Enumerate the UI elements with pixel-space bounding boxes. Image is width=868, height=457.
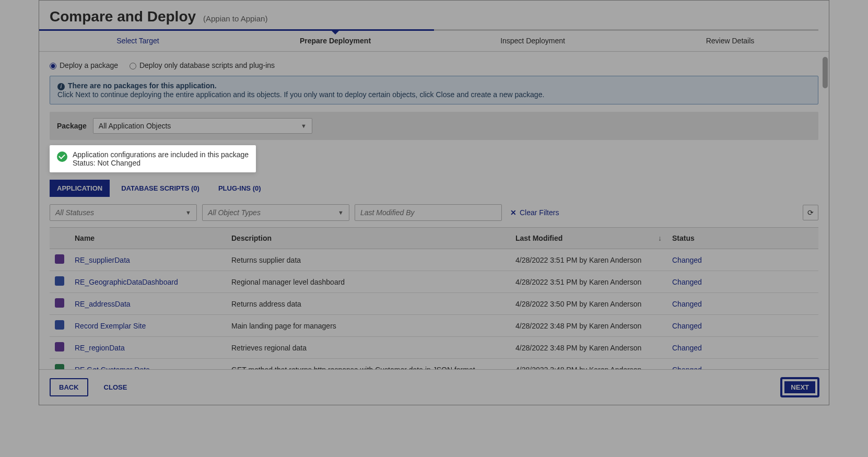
step-prepare-deployment[interactable]: Prepare Deployment xyxy=(237,29,434,51)
object-name-link[interactable]: RE_GeographicDataDashboard xyxy=(69,271,226,293)
table-row: Record Exemplar SiteMain landing page fo… xyxy=(50,315,818,337)
col-status[interactable]: Status xyxy=(667,228,818,249)
object-last-modified: 4/28/2022 3:51 PM by Karen Anderson xyxy=(510,271,667,293)
refresh-icon: ⟳ xyxy=(807,208,814,217)
object-name-link[interactable]: RE_supplierData xyxy=(69,249,226,271)
table-row: RE_regionDataRetrieves regional data4/28… xyxy=(50,337,818,359)
col-icon xyxy=(50,228,69,249)
object-status[interactable]: Changed xyxy=(667,359,818,370)
object-name-link[interactable]: RE_regionData xyxy=(69,337,226,359)
tab-application[interactable]: APPLICATION xyxy=(50,180,110,197)
filter-modified-by-input[interactable] xyxy=(355,204,502,221)
config-status-line2: Status: Not Changed xyxy=(73,159,249,167)
clear-filters-link[interactable]: ✕ Clear Filters xyxy=(510,208,559,217)
object-description: Returns supplier data xyxy=(226,249,510,271)
object-type-icon xyxy=(55,320,64,330)
filter-type-dropdown[interactable]: All Object Types ▼ xyxy=(202,204,349,221)
table-row: RE Get Customer DataGET method that retu… xyxy=(50,359,818,370)
objects-table: Name Description Last Modified↓ Status R… xyxy=(50,227,818,369)
banner-title: There are no packages for this applicati… xyxy=(68,81,217,90)
config-status-line1: Application configurations are included … xyxy=(73,150,249,159)
tab-plugins[interactable]: PLUG-INS (0) xyxy=(211,180,268,197)
sort-desc-icon: ↓ xyxy=(658,234,662,242)
info-icon: i xyxy=(57,83,65,90)
step-select-target[interactable]: Select Target xyxy=(39,29,237,51)
object-last-modified: 4/28/2022 3:48 PM by Karen Anderson xyxy=(510,337,667,359)
radio-deploy-scripts[interactable]: Deploy only database scripts and plug-in… xyxy=(130,61,275,69)
step-inspect-deployment: Inspect Deployment xyxy=(434,29,631,51)
close-icon: ✕ xyxy=(510,208,517,217)
caret-down-icon: ▼ xyxy=(301,123,307,129)
banner-body: Click Next to continue deploying the ent… xyxy=(57,90,811,99)
wizard-stepper: Select Target Prepare Deployment Inspect… xyxy=(39,29,829,52)
object-type-icon xyxy=(55,276,64,286)
radio-deploy-package-label: Deploy a package xyxy=(60,61,118,69)
object-name-link[interactable]: RE_addressData xyxy=(69,293,226,315)
filter-status-placeholder: All Statuses xyxy=(55,208,94,217)
object-type-icon xyxy=(55,342,64,351)
filter-type-placeholder: All Object Types xyxy=(208,208,261,217)
step-review-details: Review Details xyxy=(631,29,829,51)
object-name-link[interactable]: RE Get Customer Data xyxy=(69,359,226,370)
caret-down-icon: ▼ xyxy=(185,209,191,216)
package-bar: Package All Application Objects ▼ xyxy=(50,112,818,140)
page-title: Compare and Deploy xyxy=(50,8,196,25)
filter-status-dropdown[interactable]: All Statuses ▼ xyxy=(50,204,197,221)
object-type-icon xyxy=(55,298,64,308)
object-status[interactable]: Changed xyxy=(667,249,818,271)
object-status[interactable]: Changed xyxy=(667,315,818,337)
object-last-modified: 4/28/2022 3:51 PM by Karen Anderson xyxy=(510,249,667,271)
next-button[interactable]: NEXT xyxy=(781,378,818,396)
object-name-link[interactable]: Record Exemplar Site xyxy=(69,315,226,337)
back-button[interactable]: BACK xyxy=(50,378,88,396)
table-row: RE_supplierDataReturns supplier data4/28… xyxy=(50,249,818,271)
col-last-modified[interactable]: Last Modified↓ xyxy=(510,228,667,249)
package-label: Package xyxy=(57,122,87,130)
object-status[interactable]: Changed xyxy=(667,271,818,293)
clear-filters-label: Clear Filters xyxy=(520,208,559,217)
tab-database-scripts[interactable]: DATABASE SCRIPTS (0) xyxy=(114,180,207,197)
object-last-modified: 4/28/2022 3:50 PM by Karen Anderson xyxy=(510,293,667,315)
close-button[interactable]: CLOSE xyxy=(96,379,136,395)
object-type-icon xyxy=(55,254,64,264)
table-row: RE_addressDataReturns address data4/28/2… xyxy=(50,293,818,315)
object-last-modified: 4/28/2022 3:48 PM by Karen Anderson xyxy=(510,359,667,370)
object-status[interactable]: Changed xyxy=(667,337,818,359)
object-description: Returns address data xyxy=(226,293,510,315)
check-circle-icon xyxy=(57,151,67,162)
package-dropdown[interactable]: All Application Objects ▼ xyxy=(93,118,312,134)
table-row: RE_GeographicDataDashboardRegional manag… xyxy=(50,271,818,293)
package-dropdown-value: All Application Objects xyxy=(99,122,171,130)
col-name[interactable]: Name xyxy=(69,228,226,249)
info-banner: iThere are no packages for this applicat… xyxy=(50,76,818,104)
col-description[interactable]: Description xyxy=(226,228,510,249)
object-description: Main landing page for managers xyxy=(226,315,510,337)
object-type-icon xyxy=(55,364,64,369)
object-description: Retrieves regional data xyxy=(226,337,510,359)
object-last-modified: 4/28/2022 3:48 PM by Karen Anderson xyxy=(510,315,667,337)
config-status-callout: Application configurations are included … xyxy=(50,145,256,172)
radio-deploy-package[interactable]: Deploy a package xyxy=(50,61,118,69)
object-description: Regional manager level dashboard xyxy=(226,271,510,293)
caret-down-icon: ▼ xyxy=(338,209,344,216)
page-subtitle: (Appian to Appian) xyxy=(203,14,267,23)
object-description: GET method that returns http response wi… xyxy=(226,359,510,370)
radio-deploy-scripts-label: Deploy only database scripts and plug-in… xyxy=(139,61,275,69)
object-status[interactable]: Changed xyxy=(667,293,818,315)
scrollbar[interactable] xyxy=(823,57,828,88)
refresh-button[interactable]: ⟳ xyxy=(803,205,818,220)
